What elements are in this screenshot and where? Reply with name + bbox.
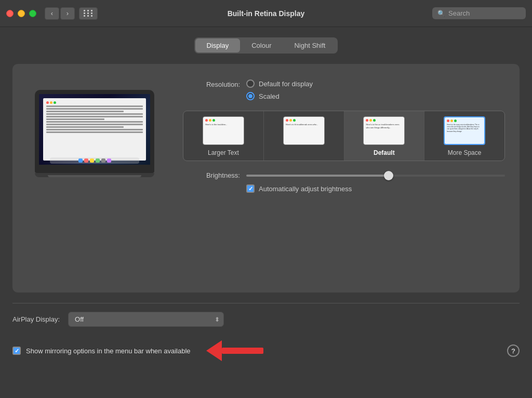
macbook-preview xyxy=(27,79,162,277)
radio-btn-scaled[interactable] xyxy=(246,92,255,100)
doc-line xyxy=(46,131,143,133)
brightness-control: Brightness: xyxy=(183,171,505,179)
mirroring-checkbox[interactable]: ✓ xyxy=(12,347,21,355)
tab-colour[interactable]: Colour xyxy=(240,38,283,52)
tabs-container: Display Colour Night Shift xyxy=(12,37,520,54)
radio-btn-default[interactable] xyxy=(246,79,255,88)
radio-default[interactable]: Default for display xyxy=(246,79,313,88)
thumb-traffic-more xyxy=(447,120,482,122)
main-content: Display Colour Night Shift xyxy=(0,27,532,303)
doc-lines xyxy=(46,105,143,133)
preset-more-space[interactable]: Here's to the crazy ones troublemakers. … xyxy=(424,111,504,161)
arrow-container xyxy=(206,340,263,361)
screen-inner xyxy=(39,94,150,165)
doc-line xyxy=(46,118,104,120)
search-bar[interactable]: 🔍 Search xyxy=(432,7,526,19)
radio-default-label: Default for display xyxy=(259,80,313,88)
thumbnail-text-more: Here's to the crazy ones troublemakers. … xyxy=(447,124,482,132)
radio-scaled[interactable]: Scaled xyxy=(246,92,313,100)
doc-line xyxy=(46,121,143,123)
thumbnail-inner: Here's to the troublem... xyxy=(203,117,244,144)
thumb-traffic xyxy=(205,119,242,122)
document-area xyxy=(43,98,146,161)
maximize-button[interactable] xyxy=(29,10,36,17)
resolution-radio-group: Default for display Scaled xyxy=(246,79,313,100)
doc-line xyxy=(46,108,143,110)
preset-thumbnail-default: Here's to the co troublemakers ones who … xyxy=(363,116,405,145)
minimize-button[interactable] xyxy=(18,10,25,17)
window-title: Built-in Retina Display xyxy=(228,9,305,18)
display-panel: Resolution: Default for display Scaled xyxy=(12,64,520,293)
preset-larger-label: Larger Text xyxy=(208,149,239,156)
thumb-traffic-lights xyxy=(46,101,143,104)
preset-thumbnail-more: Here's to the crazy ones troublemakers. … xyxy=(444,116,485,145)
dock-icon xyxy=(96,158,100,163)
checkmark-icon: ✓ xyxy=(248,185,253,192)
thumbnail-inner-more: Here's to the crazy ones troublemakers. … xyxy=(445,117,484,144)
dock-icon xyxy=(84,158,88,163)
thumb-traffic-2 xyxy=(286,119,322,122)
search-placeholder: Search xyxy=(448,9,470,17)
airplay-select[interactable]: Off On xyxy=(68,312,224,327)
forward-button[interactable]: › xyxy=(60,7,75,20)
doc-line xyxy=(46,116,143,117)
close-button[interactable] xyxy=(6,10,14,17)
doc-line xyxy=(46,124,143,125)
grid-button[interactable] xyxy=(79,7,98,20)
thumbnail-inner-default: Here's to the co troublemakers ones who … xyxy=(364,117,404,144)
macbook-base xyxy=(35,167,154,173)
bottom-bar: AirPlay Display: Off On ⬍ xyxy=(0,303,532,335)
resolution-label: Resolution: xyxy=(183,79,240,88)
nav-buttons: ‹ › xyxy=(45,7,98,20)
resolution-presets: Here's to the troublem... Larger Text xyxy=(183,111,505,161)
mirroring-label: Show mirroring options in the menu bar w… xyxy=(26,347,191,355)
airplay-label: AirPlay Display: xyxy=(12,315,60,323)
arrow-head-icon xyxy=(206,340,222,361)
macbook-stand xyxy=(35,173,154,177)
thumbnail-text-default: Here's to the co troublemakers ones who … xyxy=(366,123,402,129)
back-button[interactable]: ‹ xyxy=(45,7,59,20)
auto-brightness-checkbox[interactable]: ✓ xyxy=(246,184,255,193)
mirroring-checkmark-icon: ✓ xyxy=(15,348,19,354)
arrow-body xyxy=(222,348,263,354)
dock-icon xyxy=(78,158,83,163)
preset-default[interactable]: Here's to the co troublemakers ones who … xyxy=(344,111,425,161)
auto-brightness-row: ✓ Automatically adjust brightness xyxy=(183,184,505,193)
settings-area: Resolution: Default for display Scaled xyxy=(183,79,505,277)
doc-line xyxy=(46,113,143,115)
resolution-setting: Resolution: Default for display Scaled xyxy=(183,79,505,100)
preset-thumbnail-2: Here's to th troublemak ones who... xyxy=(283,116,325,145)
search-icon: 🔍 xyxy=(437,10,445,17)
traffic-lights xyxy=(6,10,36,17)
macbook-foot xyxy=(48,175,141,177)
preset-more-label: More Space xyxy=(448,149,482,156)
help-button[interactable]: ? xyxy=(507,344,520,357)
bottom-options: ✓ Show mirroring options in the menu bar… xyxy=(0,335,532,369)
tabs: Display Colour Night Shift xyxy=(194,37,338,54)
preset-2[interactable]: Here's to th troublemak ones who... xyxy=(264,111,344,161)
thumbnail-inner-2: Here's to th troublemak ones who... xyxy=(284,117,324,144)
dock-icon xyxy=(101,158,105,163)
brightness-setting: Brightness: ✓ Automatically adjust brigh… xyxy=(183,171,505,193)
dock-icon xyxy=(90,158,94,163)
preset-default-label: Default xyxy=(374,149,395,156)
macbook-wrapper xyxy=(35,90,154,177)
slider-thumb[interactable] xyxy=(384,171,393,180)
thumbnail-text-2: Here's to th troublemak ones who... xyxy=(286,123,322,126)
airplay-select-wrapper: Off On ⬍ xyxy=(68,312,224,327)
thumb-close xyxy=(46,101,49,104)
titlebar: ‹ › Built-in Retina Display 🔍 Search xyxy=(0,0,532,27)
tab-night-shift[interactable]: Night Shift xyxy=(283,38,337,52)
doc-line xyxy=(46,129,143,130)
preset-larger-text[interactable]: Here's to the troublem... Larger Text xyxy=(183,111,264,161)
radio-scaled-label: Scaled xyxy=(259,92,280,100)
dock-icon xyxy=(107,158,111,163)
brightness-slider[interactable] xyxy=(246,175,505,177)
tab-display[interactable]: Display xyxy=(195,38,241,52)
doc-line xyxy=(46,111,124,112)
red-arrow xyxy=(206,340,263,361)
thumb-minimize xyxy=(50,101,52,104)
thumb-maximize xyxy=(54,101,56,104)
doc-line xyxy=(46,105,143,107)
doc-line xyxy=(46,126,124,128)
